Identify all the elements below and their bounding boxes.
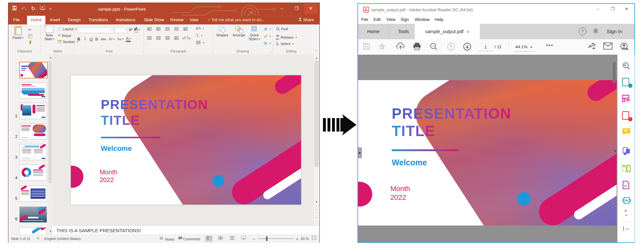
shape-effects-button[interactable] — [263, 41, 271, 45]
select-button[interactable]: Select — [276, 42, 294, 46]
slide-thumbnail-3[interactable] — [19, 103, 47, 119]
zoom-percent[interactable]: 50 % — [301, 237, 309, 241]
new-slide-button[interactable]: New Slide — [42, 26, 57, 41]
font-dialog-launcher[interactable]: ⌟ — [141, 50, 143, 53]
zoom-slider-track[interactable] — [258, 238, 293, 239]
maximize-button[interactable]: ❐ — [290, 3, 303, 14]
rail-organize-pages-icon[interactable] — [622, 165, 630, 173]
slide-thumbnail-9[interactable] — [19, 227, 47, 235]
page-number-input[interactable] — [478, 43, 493, 51]
menu-sign[interactable]: Sign — [401, 17, 409, 22]
notes-pane[interactable]: THIS IS A SAMPLE PRESENTATIONS! — [52, 225, 319, 235]
copy-button[interactable] — [28, 34, 32, 39]
italic-button[interactable]: I — [83, 36, 87, 41]
tab-review[interactable]: Review — [169, 16, 185, 24]
next-slide-button[interactable]: ⌄ — [314, 215, 319, 219]
tab-transitions[interactable]: Transitions — [88, 16, 109, 24]
collapse-ribbon-button[interactable]: ⌃ — [315, 50, 317, 53]
tab-close-icon[interactable]: ✕ — [466, 30, 469, 34]
drawing-dialog-launcher[interactable]: ⌟ — [270, 50, 271, 53]
smartart-button[interactable] — [195, 41, 204, 44]
replace-button[interactable]: abacReplace — [276, 34, 297, 41]
normal-view-button[interactable] — [205, 236, 213, 242]
thumbnail-scroll-thumb[interactable] — [48, 61, 52, 183]
shape-fill-button[interactable] — [263, 27, 271, 31]
tell-me-box[interactable]: ♀ Tell me what you want to do... — [206, 16, 265, 24]
rail-collapse-icon[interactable]: |→ — [622, 225, 630, 234]
format-painter-button[interactable] — [28, 41, 32, 45]
previous-page-icon[interactable] — [447, 42, 456, 51]
pdf-maximize-button[interactable]: ❐ — [605, 4, 620, 14]
menu-help[interactable]: Help — [435, 17, 443, 22]
scroll-down-icon[interactable]: ▼ — [48, 229, 53, 234]
paste-button[interactable]: Paste — [10, 26, 26, 40]
zoom-slider-thumb[interactable] — [266, 236, 268, 241]
slide-editing-area[interactable]: PRESENTATION TITLE Welcome Month2022 — [71, 75, 301, 205]
increase-indent-icon[interactable] — [174, 27, 179, 28]
columns-icon[interactable]: ▸¶ ¶◂ — [183, 36, 190, 40]
previous-slide-button[interactable]: ⌃ — [314, 208, 319, 213]
editor-scrollbar[interactable]: ▲ ▼ ⌃ ⌄ — [314, 54, 319, 225]
sign-in-button[interactable]: Sign In — [607, 24, 622, 39]
slide-thumbnail-5[interactable] — [19, 144, 47, 160]
search-icon[interactable] — [430, 42, 439, 51]
font-size-combo[interactable] — [115, 27, 128, 33]
share-button[interactable]: Share — [297, 16, 315, 24]
editor-scroll-up-icon[interactable]: ▲ — [314, 56, 319, 60]
align-text-button[interactable] — [195, 33, 203, 37]
zoom-in-button[interactable]: + — [296, 236, 298, 242]
decrease-indent-icon[interactable] — [165, 27, 170, 28]
star-bookmark-icon[interactable]: ☆ — [379, 42, 388, 51]
bold-button[interactable]: B — [77, 37, 80, 41]
align-center-icon[interactable] — [156, 36, 161, 37]
proofing-icon[interactable]: ✎ — [37, 236, 40, 241]
pdf-close-button[interactable]: ✕ — [620, 4, 634, 14]
notes-text[interactable]: THIS IS A SAMPLE PRESENTATIONS! — [56, 228, 141, 233]
more-tools-icon[interactable]: ••• — [546, 42, 554, 48]
text-shadow-button[interactable]: abe — [100, 37, 106, 41]
clipboard-dialog-launcher[interactable]: ⌟ — [38, 50, 40, 53]
cut-button[interactable]: ✂ — [28, 28, 31, 32]
character-spacing-button[interactable]: AV — [109, 37, 115, 41]
paragraph-dialog-launcher[interactable]: ⌟ — [211, 50, 212, 53]
find-button[interactable]: Find — [276, 27, 288, 31]
rail-more-tools-chevron[interactable]: ●⌄ — [622, 211, 630, 219]
email-icon[interactable] — [603, 42, 612, 51]
rail-edit-pdf-icon[interactable] — [622, 95, 630, 103]
editor-scroll-thumb[interactable] — [314, 61, 319, 167]
reset-button[interactable]: ⟲Reset — [58, 33, 71, 38]
tab-tools[interactable]: Tools — [389, 24, 418, 39]
tab-insert[interactable]: Insert — [49, 16, 61, 24]
align-right-icon[interactable] — [165, 36, 170, 37]
tab-document[interactable]: sample_output.pdf ✕ — [415, 24, 480, 39]
slide-thumbnail-6[interactable] — [19, 165, 47, 181]
slideshow-view-button[interactable] — [240, 236, 247, 242]
comments-toggle[interactable]: Comments — [178, 237, 200, 241]
strikethrough-button[interactable]: S — [95, 37, 98, 41]
grow-font-button[interactable]: A▴ — [129, 27, 132, 32]
save-icon[interactable] — [363, 42, 372, 51]
print-icon[interactable] — [413, 42, 422, 51]
help-icon[interactable]: ? — [579, 28, 586, 35]
redo-icon[interactable]: ↻ — [31, 5, 35, 12]
notifications-bell-icon[interactable] — [592, 28, 599, 35]
rail-search-icon[interactable] — [622, 62, 630, 70]
tab-home[interactable]: Home — [358, 24, 389, 39]
qat-customize-icon[interactable]: ▾ — [50, 7, 51, 10]
shapes-button[interactable]: Shapes — [214, 26, 230, 37]
language-status[interactable]: English (United States) — [44, 237, 81, 241]
thumbnail-scrollbar[interactable]: ▲ ▼ — [48, 54, 53, 234]
start-slideshow-icon[interactable] — [40, 6, 45, 12]
menu-view[interactable]: View — [386, 17, 395, 22]
line-spacing-icon[interactable] — [183, 27, 188, 28]
shape-outline-button[interactable] — [263, 34, 271, 38]
menu-window[interactable]: Window — [415, 17, 430, 22]
cloud-upload-icon[interactable] — [396, 42, 405, 51]
collapse-right-panel-button[interactable]: ◀ — [613, 149, 616, 153]
scroll-up-icon[interactable]: ▲ — [48, 55, 53, 60]
text-direction-button[interactable]: ⇵A — [195, 26, 204, 31]
zoom-level-dropdown[interactable]: 44.1% ▼ — [515, 44, 535, 51]
slide-thumbnail-1[interactable] — [19, 62, 48, 78]
rail-combine-files-icon[interactable] — [622, 147, 630, 156]
numbering-icon[interactable] — [156, 27, 161, 28]
